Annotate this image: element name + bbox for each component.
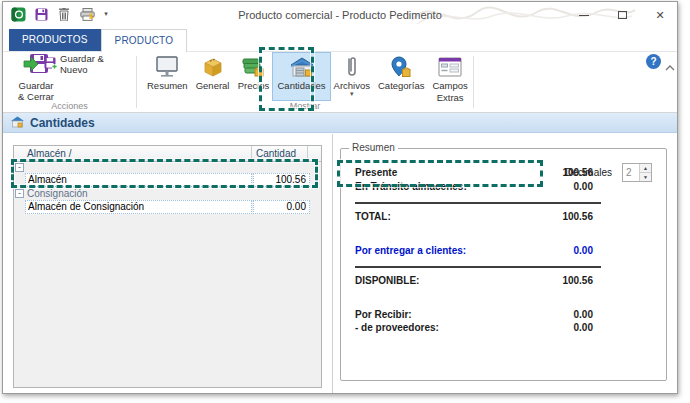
summary-value: 100.56 (562, 211, 593, 222)
box-icon (196, 55, 230, 79)
form-icon (432, 55, 467, 79)
warehouse-small-icon (10, 114, 25, 132)
guardar-cerrar-label-line1: Guardar (9, 81, 63, 91)
ribbon-separator (473, 56, 474, 108)
group-label-mostrar: Mostrar (137, 101, 473, 111)
cell-almacen: Almacén de Consignación (25, 200, 252, 214)
categorias-label: Categorías (378, 81, 424, 91)
ribbon-group-acciones: Guardar & Cerrar Guardar & Nuevo Accione… (3, 52, 136, 112)
resumen-label: Resumen (147, 81, 188, 91)
title-bar: ▾ Producto comercial - Producto Pediment… (3, 2, 677, 28)
guardar-nuevo-label: Guardar & Nuevo (60, 53, 133, 75)
money-icon (237, 55, 269, 79)
summary-row-total: TOTAL: 100.56 (355, 211, 593, 222)
summary-label: TOTAL: (355, 211, 391, 222)
summary-row-transito: En Tránsito almacenes: 0.00 (355, 181, 593, 192)
summary-label: Por entregar a clientes: (355, 245, 466, 256)
group-label: Consignación (27, 188, 88, 199)
summary-label: - de proveedores: (355, 322, 439, 333)
maximize-button[interactable] (615, 8, 629, 22)
archivos-button[interactable]: Archivos ▾ (330, 53, 374, 100)
ribbon-tab-bar: PRODUCTOS PRODUCTO (3, 28, 677, 52)
app-window: ▾ Producto comercial - Producto Pediment… (2, 1, 678, 394)
section-header: Cantidades (3, 113, 677, 133)
general-label: General (196, 81, 230, 91)
decimals-control: Decimales 2 ▲ ▼ (565, 163, 652, 182)
summary-value: 0.00 (574, 309, 593, 320)
campos-extras-button[interactable]: Campos Extras (428, 53, 471, 100)
ribbon: Guardar & Cerrar Guardar & Nuevo Accione… (3, 52, 677, 113)
guardar-nuevo-button[interactable]: Guardar & Nuevo (41, 56, 136, 72)
summary-row-de-proveedores: - de proveedores: 0.00 (355, 322, 593, 333)
window-title: Producto comercial - Producto Pedimento (3, 2, 677, 28)
window-controls: ✕ (577, 2, 667, 28)
summary-value: 0.00 (574, 322, 593, 333)
column-header-cantidad[interactable]: Cantidad (252, 146, 308, 161)
archivos-dropdown-icon[interactable]: ▾ (334, 91, 370, 97)
summary-label: Presente (355, 167, 397, 178)
spin-down-icon[interactable]: ▼ (640, 172, 651, 181)
precios-button[interactable]: Precios (233, 53, 273, 100)
section-title: Cantidades (30, 116, 95, 130)
group-label-acciones: Acciones (3, 101, 136, 111)
decimals-label: Decimales (565, 167, 612, 178)
cell-cantidad: 0.00 (253, 200, 310, 214)
paperclip-icon (334, 55, 370, 79)
summary-row-presente: Presente 100.56 (355, 167, 593, 178)
tab-productos[interactable]: PRODUCTOS (9, 29, 101, 51)
help-button[interactable]: ? (646, 54, 661, 69)
summary-value: 0.00 (574, 181, 593, 192)
summary-divider (355, 202, 601, 204)
campos-extras-label-line1: Campos (432, 81, 467, 91)
summary-value: 100.56 (562, 275, 593, 286)
summary-label: DISPONIBLE: (355, 275, 419, 286)
summary-row-por-recibir: Por Recibir: 0.00 (355, 309, 593, 320)
summary-panel: Resumen Presente 100.56 En Tránsito alma… (334, 134, 677, 393)
collapse-group-button[interactable]: - (15, 189, 24, 198)
cell-cantidad: 100.56 (253, 173, 310, 187)
collapse-group-button[interactable]: - (15, 163, 24, 172)
collapse-ribbon-icon[interactable] (665, 58, 675, 66)
table-row[interactable]: Almacén de Consignación 0.00 (14, 200, 321, 214)
categorias-button[interactable]: Categorías (374, 53, 428, 100)
table-row-group: - (14, 162, 321, 173)
grid-header: Almacén / Cantidad (14, 146, 321, 162)
general-button[interactable]: General (192, 53, 234, 100)
content-area: Almacén / Cantidad - Almacén 100.56 - Co… (3, 134, 677, 393)
summary-divider (355, 266, 601, 268)
close-button[interactable]: ✕ (653, 8, 667, 22)
summary-value: 0.00 (574, 245, 593, 256)
mostrar-buttons: Resumen General Precios (143, 53, 472, 100)
decimals-value[interactable]: 2 (623, 164, 639, 181)
resumen-title: Resumen (349, 142, 398, 153)
precios-label: Precios (237, 81, 269, 91)
summary-label: En Tránsito almacenes: (355, 181, 467, 192)
ribbon-group-mostrar: Resumen General Precios (137, 52, 473, 112)
warehouse-grid: Almacén / Cantidad - Almacén 100.56 - Co… (13, 145, 322, 388)
map-pin-icon (378, 55, 424, 79)
cantidades-button[interactable]: Cantidades (273, 53, 329, 100)
summary-row-por-entregar: Por entregar a clientes: 0.00 (355, 245, 593, 256)
summary-label: Por Recibir: (355, 309, 412, 320)
monitor-icon (147, 55, 188, 79)
warehouse-icon (277, 55, 325, 79)
cantidades-label: Cantidades (277, 81, 325, 91)
table-row[interactable]: Almacén 100.56 (14, 173, 321, 187)
column-header-almacen[interactable]: Almacén / (14, 146, 252, 161)
cell-almacen: Almacén (25, 173, 252, 187)
table-row-group: - Consignación (14, 187, 321, 200)
minimize-button[interactable] (577, 8, 591, 22)
resumen-groupbox: Resumen Presente 100.56 En Tránsito alma… (340, 148, 667, 381)
summary-row-disponible: DISPONIBLE: 100.56 (355, 275, 593, 286)
tab-producto[interactable]: PRODUCTO (101, 29, 188, 52)
spin-up-icon[interactable]: ▲ (640, 164, 651, 172)
resumen-button[interactable]: Resumen (143, 53, 192, 100)
warehouse-grid-panel: Almacén / Cantidad - Almacén 100.56 - Co… (3, 134, 333, 393)
save-new-icon (44, 57, 57, 72)
decimals-spinner[interactable]: 2 ▲ ▼ (622, 163, 652, 182)
